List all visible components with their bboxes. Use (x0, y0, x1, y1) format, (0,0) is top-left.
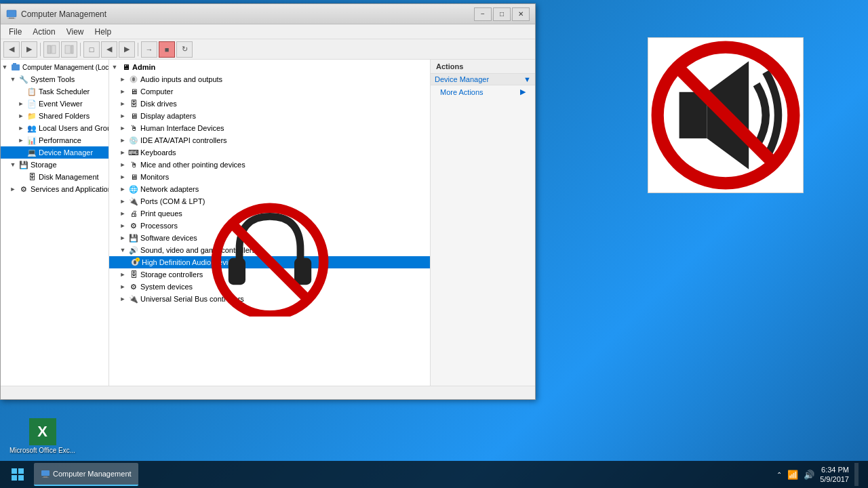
show-action-pane-button[interactable] (61, 41, 77, 58)
cat-network[interactable]: ► 🌐 Network adapters (109, 183, 430, 195)
minimize-button[interactable]: − (474, 7, 492, 21)
system-tools-label: System Tools (31, 75, 75, 83)
system-dev-icon: ⚙ (128, 281, 139, 292)
clock-date: 5/9/2017 (820, 474, 849, 484)
tray-caret[interactable]: ⌃ (776, 471, 782, 479)
tree-shared-folders[interactable]: ► 📁 Shared Folders (1, 110, 108, 122)
disk-drives-expand: ► (119, 100, 127, 108)
cat-audio-inputs[interactable]: ► Audio inputs and outputs (109, 73, 430, 85)
tree-local-users[interactable]: ► 👥 Local Users and Groups (1, 122, 108, 134)
actions-device-manager[interactable]: Device Manager ▼ (431, 74, 535, 85)
export-button[interactable]: → (141, 41, 157, 58)
svg-rect-8 (52, 45, 56, 54)
svg-rect-10 (71, 45, 73, 54)
svg-text:!: ! (137, 258, 138, 262)
cat-monitors[interactable]: ► 🖥 Monitors (109, 171, 430, 183)
forward2-button[interactable]: ▶ (119, 41, 135, 58)
computer-management-window: Computer Management − □ ✕ File Action Vi… (0, 3, 536, 400)
no-headphones-overlay (202, 195, 338, 317)
tree-panel: ▼ Computer Management (Local) ▼ 🔧 System… (1, 60, 109, 386)
task-cm-label: Computer Management (53, 470, 132, 478)
cat-display[interactable]: ► 🖥 Display adapters (109, 110, 430, 122)
svg-rect-24 (18, 468, 24, 474)
back-button[interactable]: ◀ (3, 41, 20, 58)
tray-volume-icon[interactable]: 🔊 (804, 470, 814, 480)
tree-task-scheduler[interactable]: ► 📋 Task Scheduler (1, 85, 108, 98)
cat-computer[interactable]: ► 🖥 Computer (109, 85, 430, 98)
taskbar: Computer Management ⌃ 📶 🔊 6:34 PM 5/9/20… (0, 461, 868, 488)
window-titlebar: Computer Management − □ ✕ (1, 4, 535, 24)
cat-system-dev-label: System devices (140, 283, 193, 291)
menubar: File Action View Help (1, 24, 535, 39)
stop-button[interactable]: ■ (159, 41, 175, 58)
back2-button[interactable]: ◀ (101, 41, 117, 58)
actions-more[interactable]: More Actions ▶ (431, 85, 535, 98)
windows-start-icon (11, 468, 24, 481)
services-icon: ⚙ (18, 184, 29, 195)
close-button[interactable]: ✕ (512, 7, 530, 21)
maximize-button[interactable]: □ (493, 7, 511, 21)
tree-performance[interactable]: ► 📊 Performance (1, 134, 108, 146)
start-button[interactable] (4, 462, 31, 487)
ide-icon: 💿 (128, 135, 139, 146)
cat-disk-drives-label: Disk drives (140, 100, 177, 108)
svg-rect-11 (12, 64, 20, 70)
cat-print-label: Print queues (140, 209, 182, 218)
tree-root[interactable]: ▼ Computer Management (Local) (1, 61, 108, 73)
svg-rect-27 (41, 470, 50, 476)
svg-rect-28 (43, 476, 47, 478)
cat-processors-label: Processors (140, 222, 178, 230)
cat-hid[interactable]: ► 🖱 Human Interface Devices (109, 122, 430, 134)
forward-button[interactable]: ▶ (21, 41, 37, 58)
tree-device-manager[interactable]: ► 💻 Device Manager (1, 146, 108, 159)
window-app-icon (6, 9, 17, 20)
menu-help[interactable]: Help (90, 26, 117, 38)
software-dev-expand: ► (119, 234, 127, 242)
system-clock[interactable]: 6:34 PM 5/9/2017 (820, 465, 849, 485)
processors-expand: ► (119, 222, 127, 230)
show-tree-button[interactable] (43, 41, 60, 58)
tree-disk-management[interactable]: ► 🗄 Disk Management (1, 171, 108, 183)
refresh-button[interactable]: ↻ (176, 41, 193, 58)
cat-mice[interactable]: ► 🖱 Mice and other pointing devices (109, 159, 430, 171)
tray-network-icon: 📶 (787, 470, 798, 480)
menu-file[interactable]: File (3, 26, 27, 38)
taskbar-computer-management[interactable]: Computer Management (34, 463, 138, 486)
cat-ide[interactable]: ► 💿 IDE ATA/ATAPI controllers (109, 134, 430, 146)
cat-storage-ctrl-label: Storage controllers (140, 270, 203, 279)
tree-system-tools[interactable]: ▼ 🔧 System Tools (1, 73, 108, 85)
new-window-button[interactable]: □ (83, 41, 100, 58)
task-scheduler-icon: 📋 (26, 86, 37, 97)
svg-rect-7 (47, 45, 51, 54)
monitors-icon: 🖥 (128, 171, 139, 182)
local-users-icon: 👥 (26, 123, 37, 134)
ports-icon: 🔌 (128, 196, 139, 207)
more-actions-arrow: ▶ (520, 87, 526, 96)
shared-folders-icon: 📁 (26, 110, 37, 121)
menu-view[interactable]: View (61, 26, 90, 38)
admin-label: Admin (132, 63, 155, 71)
show-desktop-button[interactable] (854, 463, 859, 486)
disk-management-label: Disk Management (39, 173, 99, 181)
display-icon: 🖥 (128, 110, 139, 121)
tree-storage[interactable]: ▼ 💾 Storage (1, 159, 108, 171)
cat-keyboards-label: Keyboards (140, 148, 176, 157)
desktop-no-sound-icon (648, 37, 804, 193)
sound-expand: ▼ (119, 246, 127, 254)
toolbar: ◀ ▶ □ ◀ ▶ → ■ ↻ (1, 39, 535, 60)
tree-services[interactable]: ► ⚙ Services and Applications (1, 183, 108, 195)
cat-disk-drives[interactable]: ► 🗄 Disk drives (109, 98, 430, 110)
admin-header-row[interactable]: ▼ 🖥 Admin (109, 61, 430, 73)
storage-ctrl-icon: 🗄 (128, 269, 139, 280)
menu-action[interactable]: Action (27, 26, 60, 38)
toolbar-separator-3 (138, 43, 138, 56)
admin-icon: 🖥 (120, 62, 131, 73)
desktop-app-excel[interactable]: X Microsoft Office Exc... (9, 418, 75, 454)
device-manager-action-arrow: ▼ (524, 75, 531, 83)
window-controls: − □ ✕ (474, 7, 530, 21)
tree-event-viewer[interactable]: ► 📄 Event Viewer (1, 98, 108, 110)
excel-icon: X (29, 418, 56, 445)
cat-keyboards[interactable]: ► ⌨ Keyboards (109, 146, 430, 159)
device-manager-icon: 💻 (26, 147, 37, 158)
local-users-expand: ► (17, 124, 25, 132)
